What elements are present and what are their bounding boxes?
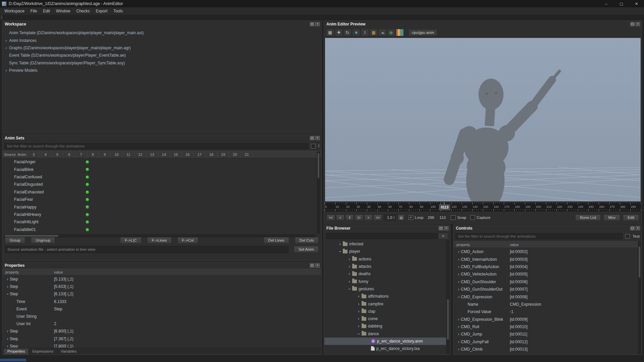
- file-tree-item[interactable]: funny: [324, 278, 446, 285]
- controls-filter-input[interactable]: [455, 233, 623, 239]
- timeline-ruler[interactable]: 0102030405060708090100110120130140150160…: [325, 202, 641, 212]
- control-row[interactable]: Forced Value -1: [454, 308, 641, 315]
- column-header[interactable]: 17: [193, 151, 205, 158]
- file-tree-item[interactable]: come: [324, 315, 446, 322]
- controls-scrollbar[interactable]: [638, 241, 641, 354]
- menu-export[interactable]: Export: [93, 8, 111, 14]
- capture-checkbox[interactable]: [470, 215, 475, 220]
- workspace-tree-item[interactable]: Preview Models: [2, 67, 321, 74]
- close-button[interactable]: ✕: [629, 0, 644, 7]
- anim-present-icon[interactable]: [86, 205, 89, 209]
- column-header[interactable]: value: [53, 270, 321, 274]
- anim-present-icon[interactable]: [86, 183, 89, 186]
- image-icon[interactable]: [370, 29, 378, 36]
- panel-close-icon[interactable]: [315, 263, 320, 267]
- file-tree-item[interactable]: campfire: [324, 300, 446, 307]
- control-row[interactable]: CMD_Climb [id:00013]: [454, 346, 641, 353]
- anim-present-icon[interactable]: [86, 190, 89, 194]
- column-header[interactable]: 5: [51, 151, 63, 158]
- column-header[interactable]: 6: [63, 151, 75, 158]
- anim-present-icon[interactable]: [86, 220, 89, 224]
- column-header[interactable]: Anim: [16, 151, 28, 158]
- panel-float-icon[interactable]: [630, 22, 635, 26]
- step-forward-button[interactable]: >: [364, 215, 373, 221]
- pause-button[interactable]: ‖: [345, 215, 354, 221]
- column-header[interactable]: property: [454, 243, 508, 247]
- file-tree-item[interactable]: attacks: [324, 263, 446, 270]
- grid-icon[interactable]: [326, 29, 334, 36]
- column-header[interactable]: 12: [134, 151, 146, 158]
- workspace-tree-item[interactable]: Sync Table (DZ/anims/workspaces/player/P…: [2, 59, 321, 67]
- anim-present-icon[interactable]: [86, 175, 89, 179]
- anim-sets-vscrollbar[interactable]: [317, 152, 320, 234]
- workspace-tree-item[interactable]: Graphs (DZ/anims/workspaces/player/playe…: [2, 44, 321, 52]
- file-filter-combobox[interactable]: ▾: [326, 233, 448, 239]
- menu-tools[interactable]: Tools: [110, 8, 126, 14]
- workspace-tree-item[interactable]: Anim Template (DZ/anims/workspaces/playe…: [2, 29, 321, 37]
- file-tree-item[interactable]: deaths: [324, 270, 446, 278]
- control-row[interactable]: CMD_Roll [id:00010]: [454, 323, 641, 330]
- control-row[interactable]: CMD_Action [id:00002]: [454, 248, 641, 255]
- spinner-arrows-icon[interactable]: ▴▾: [393, 216, 394, 219]
- file-tree-item[interactable]: dabbing: [324, 322, 446, 330]
- control-row[interactable]: CMD_InternalAction [id:00003]: [454, 255, 641, 263]
- anim-set-row[interactable]: FacialAnger: [3, 158, 321, 166]
- f-to-lc-button[interactable]: F->L|C: [120, 237, 141, 244]
- menu-checks[interactable]: Checks: [73, 8, 93, 14]
- panel-close-icon[interactable]: [315, 22, 320, 26]
- snap-toggle[interactable]: Snap: [451, 215, 466, 220]
- control-row[interactable]: CMD_JumpFall [id:00012]: [454, 338, 641, 346]
- file-tree-item[interactable]: clap: [324, 308, 446, 315]
- property-row[interactable]: User Int 2: [3, 320, 321, 327]
- panel-close-icon[interactable]: [636, 226, 640, 230]
- file-tree-item[interactable]: player: [324, 248, 446, 255]
- anim-set-row[interactable]: FacialDisgusted: [3, 181, 321, 188]
- palette-icon[interactable]: [396, 29, 404, 36]
- control-row[interactable]: CMD_Expression [id:00008]: [454, 293, 641, 300]
- menu-edit[interactable]: Edit: [40, 8, 53, 14]
- column-header[interactable]: 13: [146, 151, 158, 158]
- set-anim-button[interactable]: Set Anim: [294, 246, 319, 253]
- toolbar-grip[interactable]: [1, 15, 2, 19]
- file-tree-item[interactable]: dance: [324, 330, 446, 338]
- ungroup-button[interactable]: Ungroup: [31, 237, 55, 244]
- anim-set-row[interactable]: FacialConfused: [3, 173, 321, 181]
- panel-close-icon[interactable]: [315, 136, 320, 140]
- column-header[interactable]: Source: [3, 151, 16, 158]
- property-row[interactable]: Step [5.633] (,1): [3, 283, 321, 290]
- anim-set-row[interactable]: FacialIdle01: [3, 226, 321, 233]
- tab-properties[interactable]: Properties: [4, 349, 28, 354]
- menu-file[interactable]: File: [28, 8, 40, 14]
- tab-expressions[interactable]: Expressions: [29, 349, 57, 354]
- file-tree-item[interactable]: gestures: [324, 285, 446, 293]
- panel-float-icon[interactable]: [310, 136, 314, 140]
- workspace-tree-item[interactable]: Anim Instances: [2, 37, 321, 44]
- hscroll-thumb[interactable]: [5, 235, 58, 237]
- step-back-button[interactable]: <: [336, 215, 344, 221]
- f-to-col-button[interactable]: F->Col: [177, 237, 199, 244]
- anim-set-row[interactable]: FacialBlink: [3, 166, 321, 173]
- anim-present-icon[interactable]: [86, 213, 89, 217]
- del-cols-button[interactable]: Del Cols: [295, 237, 319, 244]
- file-filter-input[interactable]: [326, 233, 438, 239]
- control-row[interactable]: CMD_VehicleAction [id:00005]: [454, 270, 641, 278]
- filter-case-checkbox[interactable]: [311, 144, 316, 148]
- property-row[interactable]: Step [5.133] (,2): [3, 276, 321, 283]
- del-lines-button[interactable]: Del Lines: [264, 237, 289, 244]
- anim-set-row[interactable]: FacialHitHeavy: [3, 211, 321, 218]
- property-row[interactable]: Step [6.133] (,2): [3, 290, 321, 298]
- snap-checkbox[interactable]: [451, 215, 455, 220]
- minimize-button[interactable]: –: [599, 0, 614, 7]
- bone-list-button[interactable]: Bone List: [575, 215, 601, 221]
- mov-button[interactable]: Mov: [603, 215, 620, 221]
- control-row[interactable]: CMD_GunShoulder [id:00006]: [454, 278, 641, 286]
- control-row[interactable]: CMD_FullBodyAction [id:00004]: [454, 263, 641, 270]
- column-header[interactable]: 20: [229, 151, 240, 158]
- f-to-lines-button[interactable]: F->Lines: [147, 237, 172, 244]
- vscroll-thumb[interactable]: [447, 299, 449, 340]
- anim-set-row[interactable]: FacialHitLight: [3, 218, 321, 226]
- panel-float-icon[interactable]: [310, 263, 314, 267]
- anim-mode-button[interactable]: cpu/gpu anim: [409, 29, 437, 36]
- ibeam-icon[interactable]: [361, 29, 369, 36]
- current-frame-box[interactable]: 0113: [439, 204, 450, 210]
